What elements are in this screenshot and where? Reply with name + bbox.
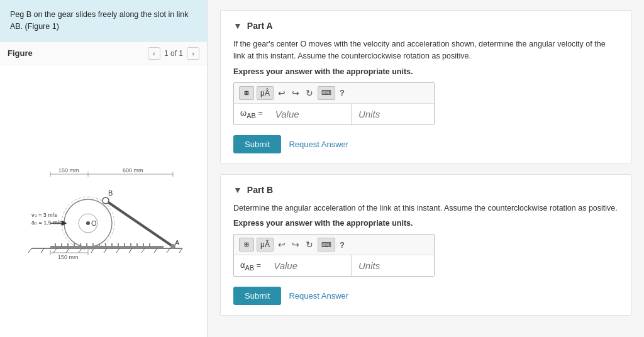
- svg-line-12: [167, 248, 170, 253]
- figure-header: Figure ‹ 1 of 1 ›: [0, 41, 207, 65]
- description-text: Peg B on the gear slides freely along th…: [10, 10, 189, 31]
- part-b-submit-button[interactable]: Submit: [233, 287, 281, 305]
- next-figure-button[interactable]: ›: [187, 47, 199, 60]
- part-a-input-box: ⊞ μÂ ↩ ↪ ↻ ⌨ ? ωAB =: [233, 82, 435, 125]
- part-a-value-input[interactable]: [269, 104, 352, 124]
- mu-button-b[interactable]: μÂ: [257, 238, 274, 251]
- redo-button-b[interactable]: ↪: [290, 239, 301, 250]
- redo-button-a[interactable]: ↪: [290, 87, 301, 99]
- svg-rect-19: [50, 246, 164, 248]
- part-a-label: Part A: [247, 21, 273, 31]
- part-a-input-row: ωAB =: [234, 104, 434, 124]
- part-b-collapse-icon[interactable]: ▼: [233, 185, 242, 195]
- svg-line-36: [106, 201, 173, 246]
- svg-text:a₀ = 1.5 m/s²: a₀ = 1.5 m/s²: [31, 219, 64, 226]
- keyboard-button-b[interactable]: ⌨: [318, 238, 335, 251]
- svg-point-37: [103, 197, 109, 204]
- refresh-button-a[interactable]: ↻: [304, 87, 315, 99]
- part-a-equation-label: ωAB =: [234, 108, 269, 119]
- part-a-section: ▼ Part A If the gear's center O moves wi…: [220, 10, 631, 164]
- part-a-request-answer-link[interactable]: Request Answer: [289, 140, 348, 149]
- refresh-button-b[interactable]: ↻: [304, 239, 315, 250]
- part-b-input-row: αAB =: [234, 255, 434, 276]
- part-b-header: ▼ Part B: [233, 185, 618, 195]
- svg-line-8: [116, 248, 119, 253]
- part-b-description: Determine the angular acceleration of th…: [233, 202, 618, 214]
- svg-line-9: [129, 248, 132, 253]
- svg-text:O: O: [91, 219, 97, 227]
- svg-line-13: [179, 248, 182, 253]
- prev-figure-button[interactable]: ‹: [148, 47, 160, 60]
- matrix-button-b[interactable]: ⊞: [239, 238, 254, 251]
- svg-line-11: [154, 248, 157, 253]
- figure-image-area: O: [0, 65, 207, 338]
- svg-line-3: [53, 248, 57, 253]
- figure-nav: ‹ 1 of 1 ›: [148, 47, 199, 60]
- part-b-label: Part B: [247, 185, 273, 195]
- part-b-request-answer-link[interactable]: Request Answer: [289, 291, 348, 301]
- figure-section: Figure ‹ 1 of 1 ›: [0, 41, 207, 338]
- keyboard-button-a[interactable]: ⌨: [318, 86, 335, 100]
- part-a-action-row: Submit Request Answer: [233, 135, 618, 153]
- part-a-units-input[interactable]: [352, 104, 434, 124]
- svg-text:v₀ = 3 m/s: v₀ = 3 m/s: [31, 212, 57, 218]
- gear-diagram: O: [13, 143, 195, 259]
- svg-line-1: [28, 248, 31, 253]
- svg-text:B: B: [108, 189, 113, 197]
- part-a-submit-button[interactable]: Submit: [233, 135, 281, 153]
- part-a-collapse-icon[interactable]: ▼: [233, 21, 242, 31]
- part-b-equation-label: αAB =: [234, 260, 267, 272]
- part-a-toolbar: ⊞ μÂ ↩ ↪ ↻ ⌨ ?: [234, 83, 434, 104]
- svg-line-5: [79, 248, 82, 253]
- help-button-b[interactable]: ?: [338, 240, 347, 250]
- undo-button-a[interactable]: ↩: [276, 87, 287, 99]
- matrix-button-a[interactable]: ⊞: [239, 86, 254, 100]
- mu-button-a[interactable]: μÂ: [257, 86, 274, 100]
- part-b-toolbar: ⊞ μÂ ↩ ↪ ↻ ⌨ ?: [234, 235, 434, 255]
- part-b-section: ▼ Part B Determine the angular accelerat…: [220, 174, 631, 316]
- figure-page-info: 1 of 1: [164, 49, 183, 58]
- svg-line-2: [41, 248, 44, 253]
- svg-text:600 mm: 600 mm: [123, 167, 143, 174]
- svg-line-7: [104, 248, 107, 253]
- undo-button-b[interactable]: ↩: [276, 239, 287, 250]
- figure-title: Figure: [8, 48, 33, 58]
- part-b-express-label: Express your answer with the appropriate…: [233, 219, 618, 228]
- svg-point-17: [86, 221, 90, 225]
- part-a-header: ▼ Part A: [233, 21, 618, 31]
- part-b-value-input[interactable]: [267, 255, 352, 276]
- part-b-action-row: Submit Request Answer: [233, 287, 618, 305]
- part-a-description: If the gear's center O moves with the ve…: [233, 38, 618, 62]
- help-button-a[interactable]: ?: [338, 87, 347, 98]
- svg-text:150 mm: 150 mm: [58, 167, 79, 174]
- svg-text:150 mm: 150 mm: [58, 254, 79, 259]
- left-panel: Peg B on the gear slides freely along th…: [0, 0, 208, 337]
- part-b-input-box: ⊞ μÂ ↩ ↪ ↻ ⌨ ? αAB =: [233, 234, 435, 277]
- part-a-express-label: Express your answer with the appropriate…: [233, 67, 618, 76]
- right-panel: ▼ Part A If the gear's center O moves wi…: [208, 0, 644, 337]
- svg-text:A: A: [175, 239, 180, 246]
- svg-line-10: [142, 248, 145, 253]
- problem-description: Peg B on the gear slides freely along th…: [0, 0, 207, 41]
- svg-point-40: [170, 244, 175, 249]
- svg-line-4: [66, 248, 69, 253]
- part-b-units-input[interactable]: [352, 255, 434, 276]
